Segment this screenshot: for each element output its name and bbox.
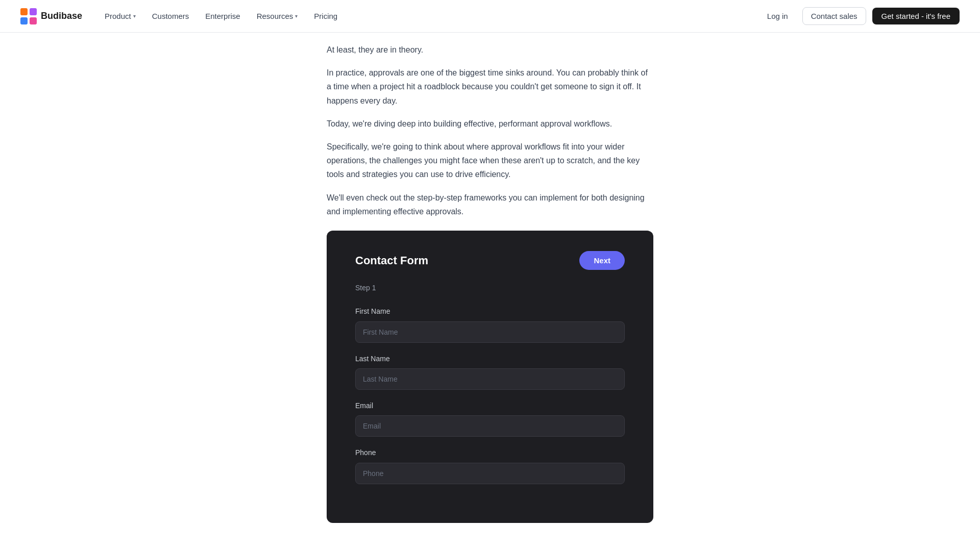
navbar: Budibase Product ▾ Customers Enterprise … [0, 0, 980, 33]
last-name-label: Last Name [355, 353, 625, 364]
nav-item-customers[interactable]: Customers [146, 6, 195, 27]
nav-item-pricing[interactable]: Pricing [308, 6, 344, 27]
login-button[interactable]: Log in [759, 8, 796, 24]
contact-form-panel: Contact Form Next Step 1 First Name Last… [327, 231, 653, 523]
step-label: Step 1 [355, 282, 625, 293]
form-title: Contact Form [355, 252, 428, 269]
article-paragraph-1: At least, they are in theory. [327, 43, 653, 57]
svg-rect-0 [20, 8, 28, 15]
navbar-right: Log in Contact sales Get started - it's … [759, 7, 960, 25]
svg-rect-3 [30, 17, 37, 24]
nav-item-customers-label: Customers [152, 10, 189, 22]
nav-item-resources-label: Resources [257, 10, 293, 22]
article-paragraph-4: Specifically, we're going to think about… [327, 140, 653, 182]
last-name-field: Last Name [355, 353, 625, 390]
logo[interactable]: Budibase [20, 8, 82, 24]
email-input[interactable] [355, 415, 625, 437]
main-content: At least, they are in theory. In practic… [327, 33, 653, 543]
article-paragraph-2: In practice, approvals are one of the bi… [327, 66, 653, 108]
nav-item-enterprise-label: Enterprise [205, 10, 240, 22]
nav-item-resources[interactable]: Resources ▾ [251, 6, 304, 27]
chevron-down-icon-resources: ▾ [295, 12, 298, 20]
nav-item-product-label: Product [105, 10, 131, 22]
navbar-left: Budibase Product ▾ Customers Enterprise … [20, 6, 344, 27]
next-button[interactable]: Next [579, 251, 625, 270]
form-header: Contact Form Next [355, 251, 625, 270]
contact-sales-button[interactable]: Contact sales [802, 7, 866, 25]
first-name-field: First Name [355, 306, 625, 342]
nav-links: Product ▾ Customers Enterprise Resources… [99, 6, 344, 27]
email-label: Email [355, 400, 625, 411]
first-name-input[interactable] [355, 321, 625, 343]
phone-label: Phone [355, 447, 625, 458]
phone-input[interactable] [355, 463, 625, 484]
last-name-input[interactable] [355, 368, 625, 390]
budibase-logo-icon [20, 8, 37, 24]
chevron-down-icon: ▾ [133, 12, 136, 20]
svg-rect-1 [30, 8, 37, 15]
phone-field: Phone [355, 447, 625, 484]
nav-item-product[interactable]: Product ▾ [99, 6, 142, 27]
first-name-label: First Name [355, 306, 625, 317]
get-started-button[interactable]: Get started - it's free [872, 8, 960, 24]
svg-rect-2 [20, 17, 28, 24]
nav-item-enterprise[interactable]: Enterprise [199, 6, 246, 27]
logo-text: Budibase [41, 9, 82, 23]
article-paragraph-5: We'll even check out the step-by-step fr… [327, 191, 653, 218]
article-paragraph-3: Today, we're diving deep into building e… [327, 117, 653, 131]
email-field: Email [355, 400, 625, 437]
nav-item-pricing-label: Pricing [314, 10, 337, 22]
